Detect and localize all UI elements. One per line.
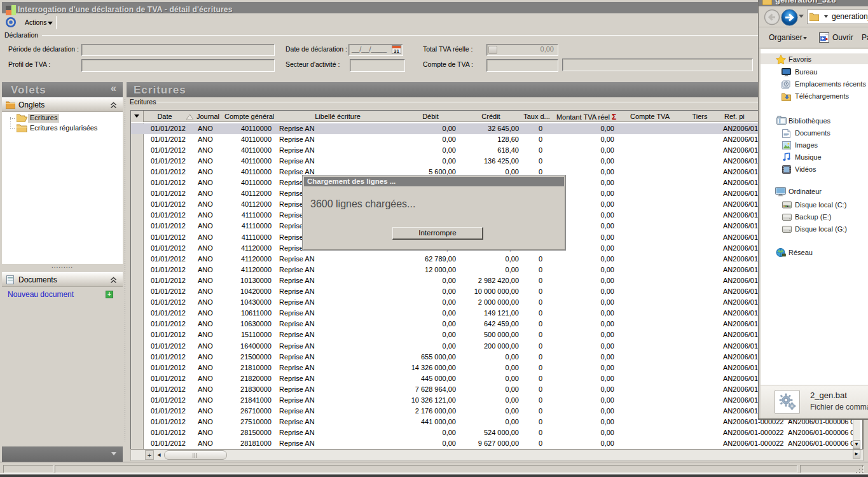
svg-text:31: 31 [394,48,399,54]
